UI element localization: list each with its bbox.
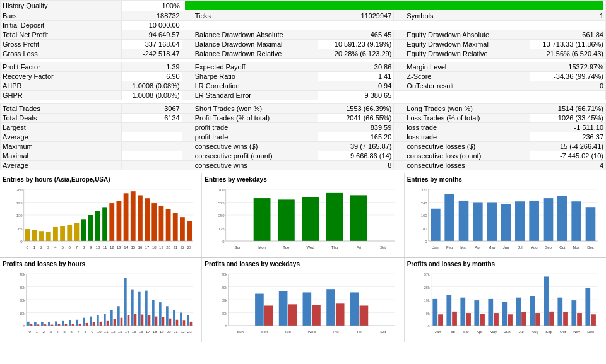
svg-rect-262 bbox=[521, 312, 526, 326]
svg-rect-149 bbox=[72, 324, 74, 326]
svg-rect-16 bbox=[46, 232, 51, 241]
svg-rect-181 bbox=[145, 291, 148, 326]
short-trades-value: 1553 (66.39%) bbox=[318, 104, 394, 114]
total-trades-label: Total Trades bbox=[1, 104, 122, 114]
svg-text:23: 23 bbox=[187, 330, 192, 334]
svg-rect-196 bbox=[180, 313, 182, 326]
svg-text:160: 160 bbox=[420, 214, 427, 218]
svg-rect-276 bbox=[585, 288, 590, 326]
svg-text:28k: 28k bbox=[424, 286, 429, 290]
svg-rect-10 bbox=[25, 229, 30, 241]
pl-by-months-title: Profits and losses by months bbox=[407, 261, 603, 267]
pl-by-weekdays-chart: 020k39k59k78kSunMonTueWedThuFriSat bbox=[205, 269, 401, 338]
svg-text:19: 19 bbox=[159, 245, 163, 249]
svg-text:Sun: Sun bbox=[235, 245, 242, 249]
margin-level-label: Margin Level bbox=[394, 62, 530, 72]
entries-by-hours-chart: 0651301952600123456789101112131415161718… bbox=[3, 184, 199, 254]
bal-dd-max-label: Balance Drawdown Maximal bbox=[182, 40, 318, 49]
svg-text:Wed: Wed bbox=[307, 245, 314, 249]
svg-text:9k: 9k bbox=[426, 312, 430, 315]
svg-rect-243 bbox=[432, 299, 437, 326]
lr-stderr-label: LR Standard Error bbox=[182, 91, 318, 100]
bal-dd-rel-label: Balance Drawdown Relative bbox=[182, 49, 318, 59]
svg-rect-188 bbox=[162, 317, 165, 326]
svg-text:Jun: Jun bbox=[502, 245, 509, 249]
svg-text:Oct: Oct bbox=[559, 245, 566, 249]
svg-rect-34 bbox=[109, 203, 114, 241]
svg-rect-116 bbox=[585, 207, 595, 241]
svg-rect-218 bbox=[279, 291, 288, 326]
history-quality-bar-cell bbox=[182, 1, 605, 11]
svg-rect-225 bbox=[336, 303, 345, 326]
largest-profit-value: 839.59 bbox=[318, 123, 394, 132]
entries-by-weekdays-chart: 0175350525700SunMonTueWedThuFriSat bbox=[205, 184, 401, 254]
pl-by-hours-title: Profits and losses by hours bbox=[3, 261, 199, 267]
svg-rect-270 bbox=[557, 298, 562, 326]
ghpr-label: GHPR bbox=[1, 91, 122, 100]
pl-by-hours-container: Profits and losses by hours 010k20k30k40… bbox=[0, 258, 202, 342]
svg-rect-108 bbox=[529, 201, 539, 241]
row-maximal-consec: Maximal consecutive profit (count) 9 666… bbox=[1, 151, 606, 161]
recovery-factor-value: 6.90 bbox=[121, 72, 182, 81]
svg-rect-106 bbox=[515, 201, 525, 241]
svg-rect-18 bbox=[53, 227, 58, 241]
row-ahpr: AHPR 1.0008 (0.08%) LR Correlation 0.94 … bbox=[1, 81, 606, 91]
svg-rect-179 bbox=[141, 315, 144, 326]
svg-rect-199 bbox=[187, 315, 189, 326]
svg-rect-187 bbox=[159, 302, 162, 326]
row-total-deals: Total Deals 6134 Profit Trades (% of tot… bbox=[1, 114, 606, 123]
svg-rect-190 bbox=[166, 306, 169, 326]
svg-text:0: 0 bbox=[28, 330, 31, 334]
average-label: Average bbox=[1, 132, 122, 142]
lr-stderr-value: 9 380.65 bbox=[318, 91, 394, 100]
svg-text:260: 260 bbox=[16, 188, 23, 192]
svg-text:18: 18 bbox=[153, 330, 157, 334]
svg-rect-94 bbox=[431, 209, 441, 241]
loss-trades-label: Loss Trades (% of total) bbox=[394, 114, 530, 123]
svg-text:Nov: Nov bbox=[573, 245, 579, 249]
svg-rect-28 bbox=[88, 215, 93, 241]
row-profit-factor: Profit Factor 1.39 Expected Payoff 30.86… bbox=[1, 62, 606, 72]
svg-rect-255 bbox=[488, 299, 493, 326]
svg-text:14: 14 bbox=[124, 245, 128, 249]
expected-payoff-value: 30.86 bbox=[318, 62, 394, 72]
svg-rect-259 bbox=[508, 314, 513, 326]
svg-rect-265 bbox=[535, 313, 540, 326]
svg-rect-24 bbox=[74, 223, 80, 241]
svg-rect-227 bbox=[350, 292, 359, 326]
svg-rect-157 bbox=[90, 317, 92, 326]
svg-rect-14 bbox=[39, 231, 44, 241]
svg-rect-176 bbox=[134, 314, 137, 326]
svg-rect-264 bbox=[530, 296, 535, 326]
row-largest: Largest profit trade 839.59 loss trade -… bbox=[1, 123, 606, 132]
svg-rect-246 bbox=[446, 295, 451, 326]
svg-rect-182 bbox=[148, 315, 151, 326]
ahpr-label: AHPR bbox=[1, 81, 122, 91]
svg-rect-44 bbox=[145, 198, 150, 241]
eq-dd-rel-value: 21.56% (6 520.43) bbox=[530, 49, 606, 59]
svg-text:9: 9 bbox=[91, 330, 93, 334]
row-bars-ticks: Bars 188732 Ticks 11029947 Symbols 1 bbox=[1, 11, 606, 21]
svg-rect-48 bbox=[159, 206, 164, 241]
svg-rect-224 bbox=[327, 289, 336, 326]
svg-rect-50 bbox=[166, 209, 171, 241]
svg-text:Mon: Mon bbox=[261, 330, 268, 334]
svg-text:15: 15 bbox=[132, 330, 136, 334]
eq-dd-abs-label: Equity Drawdown Absolute bbox=[394, 30, 530, 40]
svg-text:3: 3 bbox=[47, 245, 50, 249]
largest-loss-label: loss trade bbox=[394, 123, 530, 132]
svg-text:130: 130 bbox=[16, 214, 23, 218]
pl-by-months-chart: 09k19k28k37kJanFebMarAprMayJunJulAugSepO… bbox=[407, 269, 603, 338]
symbols-label: Symbols bbox=[394, 11, 530, 21]
gross-profit-value: 337 168.04 bbox=[121, 40, 182, 49]
svg-text:7: 7 bbox=[77, 330, 80, 334]
svg-text:Nov: Nov bbox=[573, 330, 580, 334]
svg-text:0: 0 bbox=[23, 324, 25, 328]
svg-text:Mon: Mon bbox=[259, 245, 266, 249]
svg-text:37k: 37k bbox=[424, 273, 429, 276]
svg-text:22: 22 bbox=[181, 330, 185, 334]
svg-rect-194 bbox=[176, 320, 179, 326]
svg-rect-148 bbox=[69, 320, 71, 326]
svg-rect-114 bbox=[571, 201, 581, 241]
svg-rect-197 bbox=[183, 320, 186, 326]
